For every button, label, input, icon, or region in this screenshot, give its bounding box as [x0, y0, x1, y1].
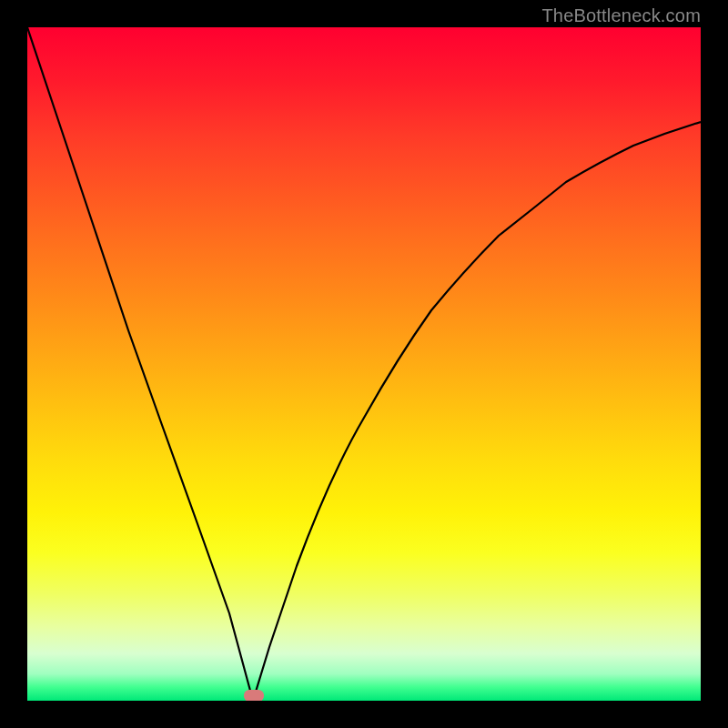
bottleneck-curve — [27, 27, 701, 701]
plot-area — [27, 27, 701, 701]
minimum-point-marker — [244, 690, 264, 701]
chart-svg — [27, 27, 701, 701]
watermark: TheBottleneck.com — [541, 5, 701, 26]
